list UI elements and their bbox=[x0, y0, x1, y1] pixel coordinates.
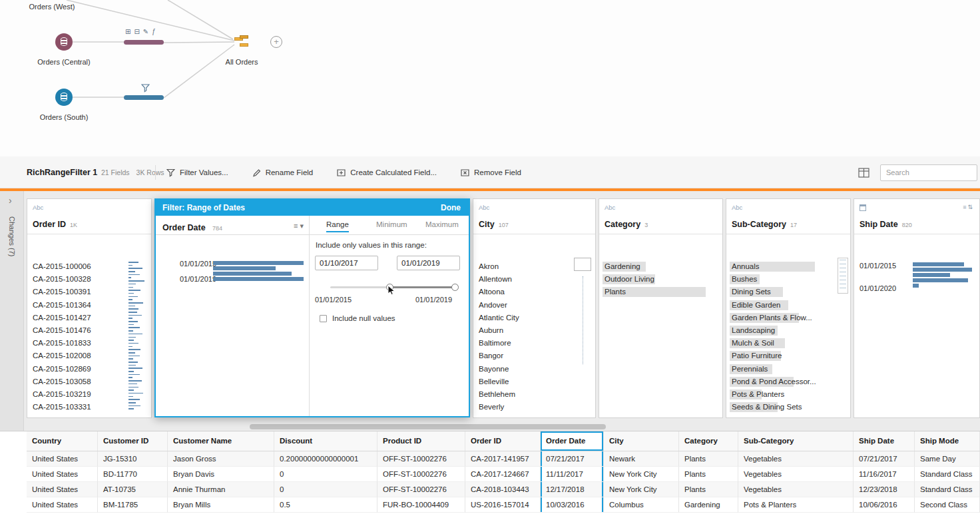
field-value[interactable]: Allentown bbox=[473, 273, 595, 286]
create-calculated-field-button[interactable]: Create Calculated Field... bbox=[337, 168, 437, 177]
slider-handle-max[interactable] bbox=[451, 284, 459, 291]
profile-card-sub-category[interactable]: Abc Sub-Category17 AnnualsBushesDining S… bbox=[726, 198, 851, 418]
table-cell[interactable]: Columbus bbox=[604, 497, 679, 513]
string-type-icon[interactable]: Abc bbox=[479, 204, 489, 211]
table-cell[interactable]: United States bbox=[27, 497, 98, 513]
calculated-field-icon[interactable]: ƒ bbox=[152, 28, 156, 35]
table-cell[interactable]: United States bbox=[27, 467, 98, 482]
table-cell[interactable]: 11/16/2017 bbox=[854, 467, 915, 482]
tab-minimum[interactable]: Minimum bbox=[376, 220, 407, 228]
field-value[interactable]: Mulch & Soil bbox=[726, 337, 837, 350]
table-cell[interactable]: CA-2017-124667 bbox=[465, 467, 541, 482]
rename-field-button[interactable]: Rename Field bbox=[252, 168, 314, 177]
profile-card-order-id[interactable]: Abc Order ID1K CA-2015-100006CA-2015-100… bbox=[27, 198, 152, 418]
column-header[interactable]: Product ID bbox=[377, 431, 465, 451]
column-header[interactable]: Ship Mode bbox=[915, 431, 980, 451]
table-cell[interactable]: Same Day bbox=[915, 451, 980, 467]
table-cell[interactable]: OFF-ST-10002276 bbox=[377, 451, 465, 467]
field-value[interactable]: Edible Garden bbox=[726, 299, 837, 312]
column-header[interactable]: Customer Name bbox=[168, 431, 274, 451]
add-field-icon[interactable]: ⊞ bbox=[125, 28, 130, 35]
table-cell[interactable]: BD-11770 bbox=[98, 467, 168, 482]
column-header[interactable]: Order Date bbox=[541, 431, 604, 451]
field-value[interactable]: Atlantic City bbox=[473, 312, 595, 324]
table-cell[interactable]: Vegetables bbox=[738, 467, 854, 482]
column-header[interactable]: Order ID bbox=[465, 431, 541, 451]
table-cell[interactable]: OFF-ST-10002276 bbox=[377, 482, 465, 497]
table-cell[interactable]: AT-10735 bbox=[98, 482, 168, 497]
field-value[interactable]: Gardening bbox=[599, 260, 722, 273]
profile-card-city[interactable]: Abc City107 AkronAllentownAltoonaAndover… bbox=[473, 198, 596, 418]
table-cell[interactable]: Second Class bbox=[915, 497, 980, 513]
field-value[interactable]: Altoona bbox=[473, 286, 595, 298]
edit-field-icon[interactable]: ✎ bbox=[143, 28, 148, 35]
table-cell[interactable]: CA-2018-103443 bbox=[465, 482, 541, 497]
column-header[interactable]: Category bbox=[679, 431, 738, 451]
field-value[interactable]: Beverly bbox=[473, 401, 595, 413]
column-header[interactable]: Discount bbox=[274, 431, 377, 451]
done-button[interactable]: Done bbox=[441, 200, 461, 216]
tab-maximum[interactable]: Maximum bbox=[425, 220, 459, 228]
table-cell[interactable]: Newark bbox=[604, 451, 679, 467]
table-cell[interactable]: FUR-BO-10004409 bbox=[377, 497, 465, 513]
field-value[interactable]: Pots & Planters bbox=[726, 388, 837, 401]
field-value[interactable]: Outdoor Living bbox=[599, 273, 722, 286]
string-type-icon[interactable]: Abc bbox=[732, 204, 742, 211]
table-cell[interactable]: US-2016-157014 bbox=[465, 497, 541, 513]
date-type-icon[interactable] bbox=[859, 204, 866, 211]
table-cell[interactable]: Jason Gross bbox=[168, 451, 274, 467]
search-input[interactable] bbox=[880, 164, 977, 181]
column-header[interactable]: City bbox=[604, 431, 679, 451]
table-cell[interactable]: 0 bbox=[274, 467, 377, 482]
field-value[interactable]: Andover bbox=[473, 299, 595, 312]
table-cell[interactable]: Standard Class bbox=[915, 482, 980, 497]
field-value[interactable]: Bangor bbox=[473, 350, 595, 362]
table-cell[interactable]: 07/21/2017 bbox=[541, 451, 604, 467]
table-cell[interactable]: Bryan Davis bbox=[168, 467, 274, 482]
remove-field-button[interactable]: Remove Field bbox=[461, 168, 521, 177]
table-cell[interactable]: Pots & Planters bbox=[738, 497, 854, 513]
field-value[interactable]: Perennials bbox=[726, 363, 837, 376]
table-cell[interactable]: United States bbox=[27, 482, 98, 497]
filter-values-button[interactable]: Filter Values... bbox=[166, 168, 228, 177]
profile-card-ship-date[interactable]: ≡⇅ Ship Date820 01/01/2015 01/01/2020 bbox=[854, 198, 980, 418]
table-cell[interactable]: Gardening bbox=[679, 497, 738, 513]
table-cell[interactable]: 12/17/2018 bbox=[541, 482, 604, 497]
field-value[interactable]: Seeds & Dining Sets bbox=[726, 401, 837, 413]
field-value[interactable]: Pond & Pond Accessor... bbox=[726, 376, 837, 388]
table-cell[interactable]: Plants bbox=[679, 467, 738, 482]
column-header[interactable]: Sub-Category bbox=[738, 431, 854, 451]
table-cell[interactable]: 11/11/2017 bbox=[541, 467, 604, 482]
table-cell[interactable]: Plants bbox=[679, 451, 738, 467]
table-cell[interactable]: 10/06/2016 bbox=[854, 497, 915, 513]
table-cell[interactable]: Bryan Mills bbox=[168, 497, 274, 513]
field-name[interactable]: City bbox=[479, 220, 495, 229]
column-header[interactable]: Ship Date bbox=[854, 431, 915, 451]
table-cell[interactable]: 07/21/2017 bbox=[854, 451, 915, 467]
string-type-icon[interactable]: Abc bbox=[605, 204, 615, 211]
expand-chevron-icon[interactable]: › bbox=[9, 195, 12, 206]
field-name[interactable]: Ship Date bbox=[859, 220, 898, 229]
remove-field-icon[interactable]: ⊟ bbox=[134, 28, 139, 35]
input-node-orders-central[interactable] bbox=[55, 33, 73, 51]
field-value[interactable]: Landscaping bbox=[726, 324, 837, 337]
table-cell[interactable]: 0.5 bbox=[274, 497, 377, 513]
column-header[interactable]: Country bbox=[27, 431, 98, 451]
range-end-input[interactable] bbox=[397, 256, 460, 270]
input-node-orders-south[interactable] bbox=[55, 89, 73, 106]
union-node-all-orders[interactable] bbox=[234, 35, 249, 47]
grid-view-icon[interactable] bbox=[858, 168, 869, 178]
clean-step-node[interactable] bbox=[124, 40, 164, 45]
range-start-input[interactable] bbox=[315, 256, 378, 270]
tab-range[interactable]: Range bbox=[326, 220, 349, 232]
table-cell[interactable]: 12/23/2018 bbox=[854, 482, 915, 497]
menu-caret-icon[interactable]: ▾ bbox=[300, 222, 304, 230]
table-cell[interactable]: JG-15310 bbox=[98, 451, 168, 467]
table-cell[interactable]: CA-2017-141957 bbox=[465, 451, 541, 467]
table-cell[interactable]: Plants bbox=[679, 482, 738, 497]
slider-selected-range[interactable] bbox=[390, 286, 455, 288]
profile-card-category[interactable]: Abc Category3 GardeningOutdoor LivingPla… bbox=[599, 198, 723, 418]
selection-box[interactable] bbox=[574, 258, 591, 271]
table-cell[interactable]: 0 bbox=[274, 482, 377, 497]
date-histogram[interactable]: 01/01/2015 01/01/2019 bbox=[180, 260, 302, 300]
